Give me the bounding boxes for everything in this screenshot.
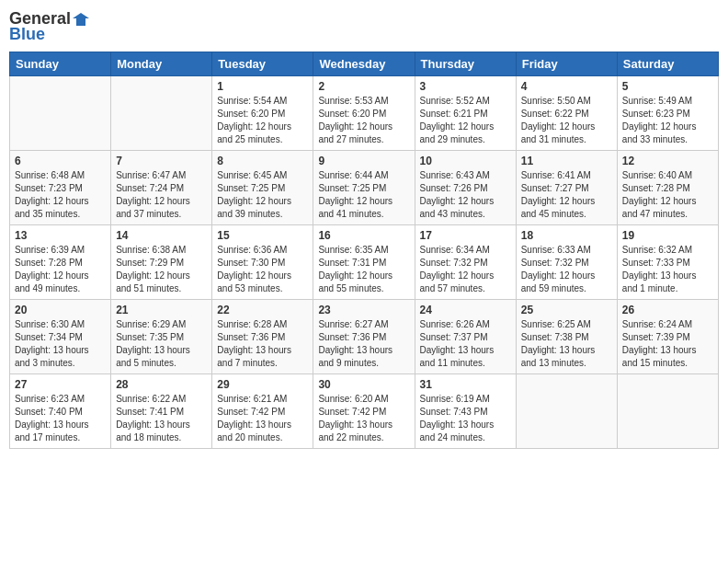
day-number: 3 [420,80,511,93]
day-number: 27 [15,378,106,391]
day-number: 22 [217,304,308,316]
logo-bird-icon [73,11,89,28]
day-info: Sunrise: 6:35 AM Sunset: 7:31 PM Dayligh… [318,244,409,295]
day-info: Sunrise: 6:48 AM Sunset: 7:23 PM Dayligh… [15,169,106,221]
day-cell: 28Sunrise: 6:22 AM Sunset: 7:41 PM Dayli… [111,374,212,449]
weekday-header-thursday: Thursday [415,52,516,76]
day-info: Sunrise: 6:20 AM Sunset: 7:42 PM Dayligh… [318,393,409,444]
day-cell: 15Sunrise: 6:36 AM Sunset: 7:30 PM Dayli… [212,225,313,300]
day-number: 18 [521,229,612,242]
week-row-3: 13Sunrise: 6:39 AM Sunset: 7:28 PM Dayli… [10,225,719,300]
day-number: 6 [15,155,106,167]
day-number: 25 [521,304,612,316]
day-number: 10 [420,155,511,167]
day-cell: 18Sunrise: 6:33 AM Sunset: 7:32 PM Dayli… [516,225,617,300]
day-info: Sunrise: 5:50 AM Sunset: 6:22 PM Dayligh… [521,95,612,146]
day-number: 13 [15,229,106,242]
day-cell: 31Sunrise: 6:19 AM Sunset: 7:43 PM Dayli… [415,374,516,449]
day-number: 9 [318,155,409,167]
day-cell: 27Sunrise: 6:23 AM Sunset: 7:40 PM Dayli… [10,374,111,449]
day-cell: 21Sunrise: 6:29 AM Sunset: 7:35 PM Dayli… [111,300,212,374]
day-number: 19 [622,229,713,242]
day-number: 5 [622,80,713,93]
logo-blue-text: Blue [9,25,45,44]
weekday-header-row: SundayMondayTuesdayWednesdayThursdayFrid… [10,52,719,76]
day-cell: 16Sunrise: 6:35 AM Sunset: 7:31 PM Dayli… [313,225,415,300]
day-cell: 23Sunrise: 6:27 AM Sunset: 7:36 PM Dayli… [313,300,415,374]
week-row-1: 1Sunrise: 5:54 AM Sunset: 6:20 PM Daylig… [10,76,719,151]
day-number: 24 [420,304,511,316]
day-info: Sunrise: 6:33 AM Sunset: 7:32 PM Dayligh… [521,244,612,295]
day-cell: 3Sunrise: 5:52 AM Sunset: 6:21 PM Daylig… [415,76,516,151]
day-cell: 29Sunrise: 6:21 AM Sunset: 7:42 PM Dayli… [212,374,313,449]
weekday-header-monday: Monday [111,52,212,76]
day-cell [617,374,718,449]
day-info: Sunrise: 6:23 AM Sunset: 7:40 PM Dayligh… [15,393,106,444]
day-info: Sunrise: 6:32 AM Sunset: 7:33 PM Dayligh… [622,244,713,295]
day-cell: 12Sunrise: 6:40 AM Sunset: 7:28 PM Dayli… [617,151,718,225]
calendar: SundayMondayTuesdayWednesdayThursdayFrid… [9,52,719,449]
day-cell: 19Sunrise: 6:32 AM Sunset: 7:33 PM Dayli… [617,225,718,300]
day-cell: 7Sunrise: 6:47 AM Sunset: 7:24 PM Daylig… [111,151,212,225]
day-number: 14 [116,229,207,242]
day-number: 30 [318,378,409,391]
header: General Blue [9,9,719,44]
day-info: Sunrise: 5:54 AM Sunset: 6:20 PM Dayligh… [217,95,308,146]
day-info: Sunrise: 6:38 AM Sunset: 7:29 PM Dayligh… [116,244,207,295]
day-info: Sunrise: 6:24 AM Sunset: 7:39 PM Dayligh… [622,318,713,370]
day-cell: 4Sunrise: 5:50 AM Sunset: 6:22 PM Daylig… [516,76,617,151]
day-number: 28 [116,378,207,391]
day-info: Sunrise: 6:26 AM Sunset: 7:37 PM Dayligh… [420,318,511,370]
day-number: 26 [622,304,713,316]
day-number: 7 [116,155,207,167]
day-info: Sunrise: 6:36 AM Sunset: 7:30 PM Dayligh… [217,244,308,295]
day-cell [10,76,111,151]
day-cell: 1Sunrise: 5:54 AM Sunset: 6:20 PM Daylig… [212,76,313,151]
day-info: Sunrise: 6:39 AM Sunset: 7:28 PM Dayligh… [15,244,106,295]
day-number: 31 [420,378,511,391]
day-number: 2 [318,80,409,93]
day-number: 20 [15,304,106,316]
day-cell: 24Sunrise: 6:26 AM Sunset: 7:37 PM Dayli… [415,300,516,374]
day-info: Sunrise: 6:22 AM Sunset: 7:41 PM Dayligh… [116,393,207,444]
day-cell: 10Sunrise: 6:43 AM Sunset: 7:26 PM Dayli… [415,151,516,225]
weekday-header-saturday: Saturday [617,52,718,76]
day-cell: 30Sunrise: 6:20 AM Sunset: 7:42 PM Dayli… [313,374,415,449]
day-info: Sunrise: 6:25 AM Sunset: 7:38 PM Dayligh… [521,318,612,370]
logo: General Blue [9,9,89,44]
week-row-2: 6Sunrise: 6:48 AM Sunset: 7:23 PM Daylig… [10,151,719,225]
weekday-header-friday: Friday [516,52,617,76]
weekday-header-sunday: Sunday [10,52,111,76]
day-info: Sunrise: 6:21 AM Sunset: 7:42 PM Dayligh… [217,393,308,444]
day-info: Sunrise: 6:19 AM Sunset: 7:43 PM Dayligh… [420,393,511,444]
day-info: Sunrise: 6:27 AM Sunset: 7:36 PM Dayligh… [318,318,409,370]
day-cell: 22Sunrise: 6:28 AM Sunset: 7:36 PM Dayli… [212,300,313,374]
day-cell: 9Sunrise: 6:44 AM Sunset: 7:25 PM Daylig… [313,151,415,225]
day-cell: 2Sunrise: 5:53 AM Sunset: 6:20 PM Daylig… [313,76,415,151]
day-info: Sunrise: 6:30 AM Sunset: 7:34 PM Dayligh… [15,318,106,370]
weekday-header-tuesday: Tuesday [212,52,313,76]
day-number: 8 [217,155,308,167]
day-info: Sunrise: 5:53 AM Sunset: 6:20 PM Dayligh… [318,95,409,146]
day-cell: 25Sunrise: 6:25 AM Sunset: 7:38 PM Dayli… [516,300,617,374]
day-cell [516,374,617,449]
day-info: Sunrise: 6:41 AM Sunset: 7:27 PM Dayligh… [521,169,612,221]
day-number: 16 [318,229,409,242]
day-number: 12 [622,155,713,167]
day-info: Sunrise: 6:28 AM Sunset: 7:36 PM Dayligh… [217,318,308,370]
day-cell [111,76,212,151]
day-info: Sunrise: 6:29 AM Sunset: 7:35 PM Dayligh… [116,318,207,370]
day-cell: 14Sunrise: 6:38 AM Sunset: 7:29 PM Dayli… [111,225,212,300]
day-info: Sunrise: 6:44 AM Sunset: 7:25 PM Dayligh… [318,169,409,221]
day-info: Sunrise: 6:47 AM Sunset: 7:24 PM Dayligh… [116,169,207,221]
day-info: Sunrise: 6:34 AM Sunset: 7:32 PM Dayligh… [420,244,511,295]
day-cell: 13Sunrise: 6:39 AM Sunset: 7:28 PM Dayli… [10,225,111,300]
day-number: 17 [420,229,511,242]
svg-marker-0 [73,13,89,26]
day-number: 23 [318,304,409,316]
day-info: Sunrise: 5:52 AM Sunset: 6:21 PM Dayligh… [420,95,511,146]
weekday-header-wednesday: Wednesday [313,52,415,76]
day-cell: 17Sunrise: 6:34 AM Sunset: 7:32 PM Dayli… [415,225,516,300]
day-number: 15 [217,229,308,242]
day-info: Sunrise: 5:49 AM Sunset: 6:23 PM Dayligh… [622,95,713,146]
